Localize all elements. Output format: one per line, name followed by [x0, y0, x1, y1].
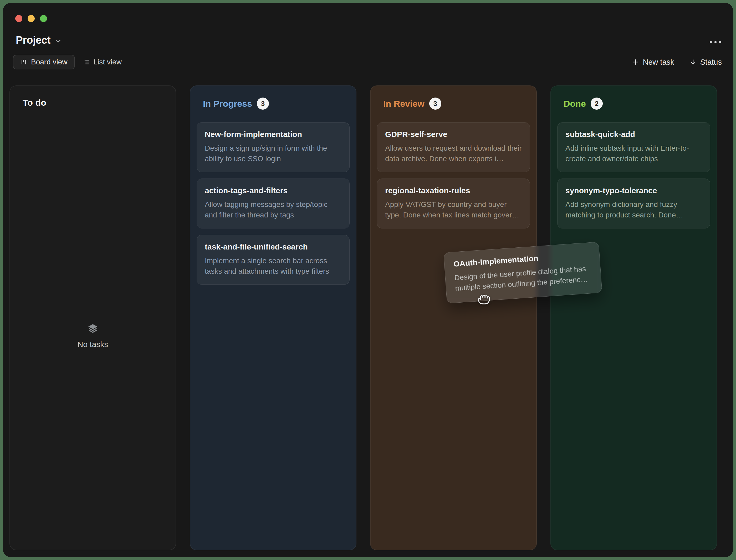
card-description: Implement a single search bar across tas…	[205, 256, 342, 277]
plus-icon	[632, 58, 639, 66]
list-view-button[interactable]: List view	[81, 58, 124, 66]
task-card[interactable]: GDPR-self-serve Allow users to request a…	[377, 122, 530, 172]
card-description: Allow users to request and download thei…	[385, 143, 522, 164]
card-description: Design of the user profile dialog that h…	[454, 263, 592, 294]
column-title: In Progress	[203, 99, 252, 109]
column-title: To do	[23, 98, 46, 108]
column-done: Done 2 subtask-quick-add Add inline subt…	[550, 85, 717, 550]
ellipsis-icon	[714, 41, 717, 43]
empty-label: No tasks	[78, 340, 108, 349]
toolbar-actions: New task Status	[632, 58, 722, 67]
column-header: In Review 3	[370, 86, 536, 110]
column-in-review: In Review 3 GDPR-self-serve Allow users …	[370, 85, 537, 550]
dragging-task-card[interactable]: OAuth-Implementation Design of the user …	[443, 242, 602, 304]
card-description: Add inline subtask input with Enter-to-c…	[565, 143, 702, 164]
card-list: New-form-implementation Design a sign up…	[190, 122, 356, 285]
status-sort-button[interactable]: Status	[689, 58, 722, 67]
column-title: Done	[563, 99, 586, 109]
ellipsis-icon	[710, 41, 712, 43]
zoom-button[interactable]	[40, 15, 47, 22]
card-description: Allow tagging messages by step/topic and…	[205, 199, 342, 220]
column-in-progress: In Progress 3 New-form-implementation De…	[190, 85, 357, 550]
view-toggles: Board view List view	[13, 55, 124, 69]
card-description: Add synonym dictionary and fuzzy matchin…	[565, 199, 702, 220]
task-card[interactable]: regional-taxation-rules Apply VAT/GST by…	[377, 179, 530, 228]
arrow-down-icon	[689, 58, 697, 66]
card-title: New-form-implementation	[205, 130, 342, 139]
board-view-label: Board view	[31, 58, 68, 66]
card-title: regional-taxation-rules	[385, 186, 522, 195]
count-badge: 3	[257, 98, 269, 110]
project-switcher[interactable]: Project	[16, 34, 62, 46]
new-task-label: New task	[643, 58, 674, 67]
card-description: Design a sign up/sign in form with the a…	[205, 143, 342, 164]
app-window: Project Board view	[3, 3, 733, 557]
card-title: synonym-typo-tolerance	[565, 186, 702, 195]
new-task-button[interactable]: New task	[632, 58, 674, 67]
layers-icon	[87, 323, 99, 335]
column-header: In Progress 3	[190, 86, 356, 110]
list-view-label: List view	[94, 58, 122, 66]
column-header: To do	[10, 86, 176, 108]
task-card[interactable]: action-tags-and-filters Allow tagging me…	[197, 179, 350, 228]
column-header: Done 2	[551, 86, 717, 110]
count-badge: 2	[591, 98, 603, 110]
column-title: In Review	[383, 99, 424, 109]
task-card[interactable]: subtask-quick-add Add inline subtask inp…	[557, 122, 710, 172]
list-icon	[83, 58, 90, 66]
kanban-board: To do No tasks In Progress 3	[9, 85, 717, 550]
kanban-board-icon	[20, 59, 27, 65]
card-title: subtask-quick-add	[565, 130, 702, 139]
card-title: GDPR-self-serve	[385, 130, 522, 139]
more-menu-button[interactable]	[710, 41, 721, 43]
card-title: task-and-file-unified-search	[205, 242, 342, 251]
count-badge: 3	[429, 98, 441, 110]
chevron-down-icon	[54, 37, 62, 45]
grabbing-cursor-icon	[477, 292, 490, 305]
card-list: GDPR-self-serve Allow users to request a…	[370, 122, 536, 228]
page-title: Project	[16, 34, 50, 46]
ellipsis-icon	[719, 41, 721, 43]
column-todo: To do No tasks	[9, 85, 176, 550]
empty-state: No tasks	[10, 323, 176, 349]
card-title: action-tags-and-filters	[205, 186, 342, 195]
window-controls	[15, 15, 47, 22]
task-card[interactable]: task-and-file-unified-search Implement a…	[197, 235, 350, 285]
close-button[interactable]	[15, 15, 22, 22]
toolbar: Board view List view New	[13, 54, 722, 70]
minimize-button[interactable]	[28, 15, 35, 22]
task-card[interactable]: synonym-typo-tolerance Add synonym dicti…	[557, 179, 710, 228]
task-card[interactable]: New-form-implementation Design a sign up…	[197, 122, 350, 172]
card-description: Apply VAT/GST by country and buyer type.…	[385, 199, 522, 220]
status-label: Status	[700, 58, 722, 67]
card-list: subtask-quick-add Add inline subtask inp…	[551, 122, 717, 228]
board-view-button[interactable]: Board view	[13, 55, 75, 69]
